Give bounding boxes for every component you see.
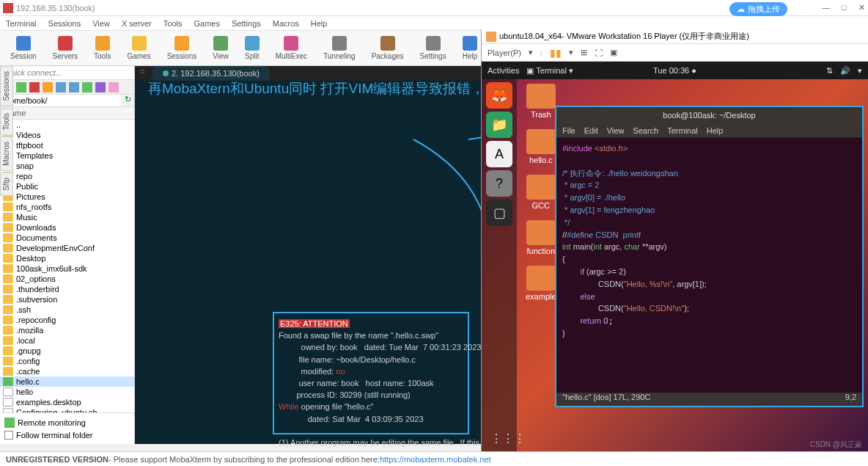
new-icon[interactable] [56, 82, 66, 92]
home-icon[interactable] [43, 82, 53, 92]
network-icon[interactable]: ⇅ [826, 66, 833, 76]
file-item[interactable]: Desktop [0, 253, 134, 263]
toolbar-settings[interactable]: Settings [413, 34, 454, 62]
minimize-button[interactable]: — [822, 3, 830, 12]
gedit-menu-search[interactable]: Search [633, 126, 658, 135]
quick-connect[interactable]: Quick connect... [0, 66, 134, 80]
toolbar-servers[interactable]: Servers [45, 34, 85, 62]
remote-monitoring[interactable]: Remote monitoring [3, 416, 131, 429]
file-item[interactable]: .local [0, 335, 134, 346]
gedit-menu-help[interactable]: Help [707, 126, 724, 135]
maximize-button[interactable]: □ [842, 3, 847, 12]
toolbar-session[interactable]: Session [3, 34, 44, 62]
toolbar-split[interactable]: Split [238, 34, 267, 62]
sound-icon[interactable]: 🔊 [840, 66, 850, 76]
tab-home-icon[interactable]: ⌂ [135, 66, 150, 81]
view-icon[interactable] [95, 82, 106, 92]
follow-terminal-checkbox[interactable]: Follow terminal folder [3, 429, 131, 441]
file-item[interactable]: 02_options [0, 274, 134, 284]
path-input[interactable] [0, 95, 121, 106]
sidetab-sessions[interactable]: Sessions [0, 66, 13, 106]
terminal-menu[interactable]: ▣ Terminal ▾ [526, 66, 573, 76]
desktop-example[interactable]: example [526, 266, 556, 301]
toolbar-view[interactable]: View [205, 34, 236, 62]
settings-icon[interactable] [108, 82, 119, 92]
toolbar-sessions[interactable]: Sessions [160, 34, 205, 62]
sidetab-tools[interactable]: Tools [0, 108, 13, 135]
menu-terminal[interactable]: Terminal [6, 19, 37, 28]
mobaxterm-link[interactable]: https://mobaxterm.mobatek.net [380, 455, 491, 464]
gedit-menu-edit[interactable]: Edit [584, 126, 598, 135]
gedit-menu-file[interactable]: File [562, 126, 575, 135]
gedit-menu-terminal[interactable]: Terminal [667, 126, 698, 135]
delete-icon[interactable] [29, 82, 40, 92]
sidetab-macros[interactable]: Macros [0, 136, 13, 171]
file-item[interactable]: hello.c [0, 376, 134, 387]
file-item[interactable]: Documents [0, 233, 134, 243]
toolbar-tunneling[interactable]: Tunneling [316, 34, 363, 62]
fullscreen-icon[interactable]: ⛶ [595, 48, 603, 57]
toolbar-tools[interactable]: Tools [87, 34, 118, 62]
terminal-tab[interactable]: 2. 192.168.35.130(book) [152, 66, 270, 81]
file-item[interactable]: Videos [0, 130, 134, 140]
file-item[interactable]: Configuring_ubuntu.sh [0, 407, 134, 412]
pause-button[interactable]: ▮▮ [550, 47, 562, 59]
desktop-function[interactable]: function [526, 220, 556, 255]
menu-sessions[interactable]: Sessions [48, 19, 81, 28]
file-item[interactable]: 100ask_imx6ull-sdk [0, 263, 134, 274]
menu-settings[interactable]: Settings [232, 19, 261, 28]
file-item[interactable]: Music [0, 212, 134, 222]
dock-files-icon[interactable]: 📁 [486, 112, 512, 138]
file-item[interactable]: tftpboot [0, 140, 134, 150]
gedit-menu-view[interactable]: View [607, 126, 625, 135]
dock-help-icon[interactable]: ? [486, 170, 512, 197]
dock-firefox-icon[interactable]: 🦊 [486, 82, 512, 109]
file-item[interactable]: Public [0, 181, 134, 192]
player-menu[interactable]: Player(P) [488, 48, 521, 57]
file-item[interactable]: snap [0, 161, 134, 171]
file-item[interactable]: Downloads [0, 222, 134, 233]
dock-software-icon[interactable]: A [486, 141, 512, 167]
toolbar-packages[interactable]: Packages [364, 34, 411, 62]
clock[interactable]: Tue 00:36 ● [653, 66, 696, 75]
menu-view[interactable]: View [92, 19, 110, 28]
desktop-trash[interactable]: Trash [526, 84, 556, 119]
desktop-hello.c[interactable]: hello.c [526, 129, 556, 164]
file-item[interactable]: .subversion [0, 294, 134, 305]
desktop-gcc[interactable]: GCC [526, 175, 556, 210]
toolbar-games[interactable]: Games [119, 34, 158, 62]
file-item[interactable]: .thunderbird [0, 284, 134, 294]
close-button[interactable]: ✕ [858, 3, 865, 12]
file-item[interactable]: DevelopmentEnvConf [0, 243, 134, 253]
menu-help[interactable]: Help [311, 19, 328, 28]
file-item[interactable]: repo [0, 171, 134, 181]
sidetab-sftp[interactable]: Sftp [0, 172, 13, 196]
file-item[interactable]: .. [0, 120, 134, 130]
file-item[interactable]: examples.desktop [0, 397, 134, 407]
dock-terminal-icon[interactable]: ▢ [486, 200, 512, 226]
file-item[interactable]: .repoconfig [0, 315, 134, 325]
path-go-button[interactable]: ↻ [121, 95, 134, 106]
unity-icon[interactable]: ▣ [610, 48, 617, 57]
menu-tools[interactable]: Tools [163, 19, 183, 28]
toolbar-multiexec[interactable]: MultiExec [268, 34, 315, 62]
send-keys-icon[interactable]: ⊞ [581, 48, 587, 57]
menu-games[interactable]: Games [194, 19, 220, 28]
activities-button[interactable]: Activities [488, 66, 519, 75]
upload-button[interactable]: ☁ 拖拽上传 [729, 2, 787, 16]
file-item[interactable]: Pictures [0, 192, 134, 202]
file-item[interactable]: hello [0, 387, 134, 397]
file-item[interactable]: .ssh [0, 305, 134, 315]
power-icon[interactable]: ▾ [858, 66, 862, 76]
file-item[interactable]: Templates [0, 150, 134, 161]
app-grid-icon[interactable]: ⋮⋮⋮ [490, 432, 526, 445]
gedit-content[interactable]: #include <stdio.h> /* 执行命令: ./hello weid… [556, 138, 862, 393]
file-item[interactable]: .cache [0, 366, 134, 376]
file-header-name[interactable]: Name [0, 107, 134, 120]
file-item[interactable]: nfs_rootfs [0, 202, 134, 212]
file-item[interactable]: .mozilla [0, 325, 134, 335]
file-item[interactable]: .config [0, 356, 134, 366]
upload-icon[interactable] [82, 82, 92, 92]
menu-xserver[interactable]: X server [122, 19, 152, 28]
download-icon[interactable] [69, 82, 79, 92]
